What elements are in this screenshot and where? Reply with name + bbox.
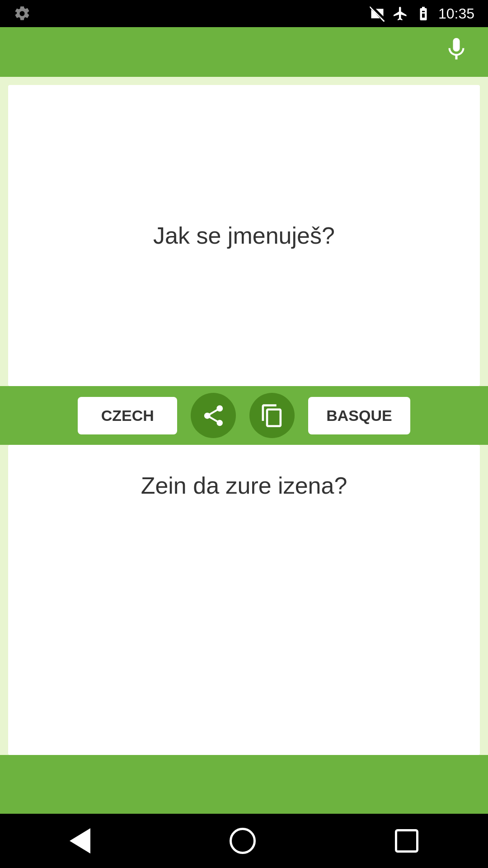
recent-apps-button[interactable]: [386, 820, 427, 862]
share-button[interactable]: [191, 393, 236, 438]
recent-icon: [395, 829, 418, 853]
main-content: Jak se jmenuješ? CZECH BASQUE Zein da zu…: [0, 77, 488, 814]
airplane-icon: [392, 5, 408, 22]
home-button[interactable]: [221, 819, 265, 863]
home-icon: [230, 828, 256, 854]
settings-icon: [14, 5, 31, 22]
battery-icon: [415, 5, 432, 22]
back-button[interactable]: [61, 819, 99, 863]
back-icon: [70, 828, 90, 854]
source-text: Jak se jmenuješ?: [153, 222, 335, 249]
microphone-button[interactable]: [443, 36, 470, 69]
target-language-button[interactable]: BASQUE: [308, 397, 410, 434]
status-bar: 10:35: [0, 0, 488, 27]
bottom-green-bar: [0, 755, 488, 814]
language-bar: CZECH BASQUE: [0, 386, 488, 445]
status-right: 10:35: [369, 5, 474, 22]
copy-button[interactable]: [249, 393, 295, 438]
source-language-button[interactable]: CZECH: [78, 397, 177, 434]
status-left: [14, 5, 31, 22]
target-panel[interactable]: Zein da zure izena?: [8, 445, 480, 755]
app-header: [0, 27, 488, 77]
nav-bar: [0, 814, 488, 868]
status-time: 10:35: [438, 5, 474, 22]
target-text: Zein da zure izena?: [141, 472, 347, 499]
source-panel[interactable]: Jak se jmenuješ?: [8, 85, 480, 386]
sim-icon: [369, 5, 385, 22]
